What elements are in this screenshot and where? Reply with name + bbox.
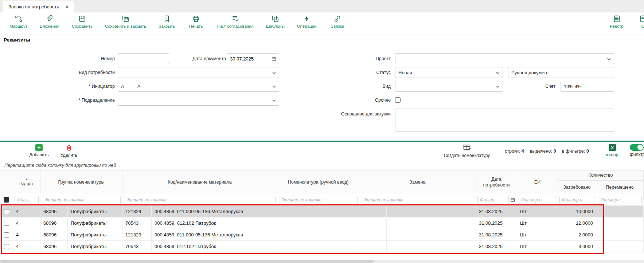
cell-replace-code bbox=[359, 206, 387, 217]
filter-input-material[interactable] bbox=[124, 196, 276, 204]
initiator-select[interactable]: А А. bbox=[118, 81, 279, 92]
tab-close-icon[interactable]: ✕ bbox=[65, 4, 69, 9]
cell-unit: Шт bbox=[517, 217, 558, 229]
manual-doc-input[interactable] bbox=[508, 67, 614, 78]
filter-input-moved[interactable] bbox=[598, 196, 642, 204]
select-all-checkbox-icon[interactable] bbox=[4, 197, 9, 203]
column-header-unit[interactable]: ЕИ bbox=[517, 170, 558, 195]
filter-input-num[interactable] bbox=[15, 196, 39, 204]
doc-date-label: Дата документа bbox=[168, 53, 226, 64]
doc-date-input[interactable] bbox=[230, 56, 271, 62]
approval-sheet-button[interactable]: Лист согласования bbox=[217, 15, 254, 28]
save-close-icon bbox=[121, 15, 130, 23]
scrollbar-thumb[interactable] bbox=[0, 260, 374, 263]
create-nomenclature-label: Создать номенклатуру bbox=[444, 153, 490, 158]
add-row-button[interactable]: + Добавить bbox=[26, 144, 52, 157]
filter-input-requested[interactable] bbox=[559, 196, 594, 204]
table-row[interactable]: 4 68096 Полуфабрикаты 70543 000.4859. 01… bbox=[0, 241, 644, 252]
registry-button[interactable]: Реестр bbox=[608, 15, 625, 28]
table-filter-row bbox=[0, 194, 644, 206]
filter-cell-material bbox=[122, 194, 277, 205]
number-input[interactable] bbox=[118, 53, 169, 64]
row-checkbox[interactable] bbox=[4, 209, 9, 214]
row-checkbox[interactable] bbox=[4, 244, 9, 249]
table-row[interactable]: 4 68096 Полуфабрикаты 121329 000.4859. 0… bbox=[0, 206, 644, 217]
tab-bar: Заявка на потребность ✕ bbox=[0, 0, 644, 12]
chevron-down-icon bbox=[272, 71, 276, 75]
project-select[interactable] bbox=[395, 53, 614, 64]
save-close-label: Сохранить и закрыть bbox=[105, 24, 146, 28]
row-checkbox[interactable] bbox=[4, 232, 9, 238]
column-header-date[interactable]: Дата потребности bbox=[476, 170, 517, 195]
status-select[interactable]: Новая bbox=[395, 67, 503, 78]
calendar-icon[interactable] bbox=[510, 197, 515, 203]
excel-icon: X bbox=[609, 144, 616, 151]
export-label: экспорт bbox=[605, 152, 620, 157]
cell-moved bbox=[596, 206, 644, 217]
tab-request-for-need[interactable]: Заявка на потребность ✕ bbox=[3, 1, 74, 12]
reason-label: Основание для закупки bbox=[289, 109, 391, 119]
column-group-quantity: Количество bbox=[558, 170, 644, 181]
cell-unit: Шт bbox=[517, 241, 558, 252]
column-header-manual[interactable]: Номенклатура (ручной ввод) bbox=[277, 170, 359, 195]
print-button[interactable]: Печать bbox=[188, 15, 204, 28]
column-header-group[interactable]: Группа номенклатуры bbox=[40, 170, 122, 195]
column-header-requested[interactable]: Затребовано bbox=[558, 181, 596, 195]
grid-toolbar: + Добавить Удалить Создать номенклатуру … bbox=[0, 142, 644, 161]
filter-input-group[interactable] bbox=[42, 196, 121, 204]
kind-select[interactable] bbox=[395, 81, 503, 92]
filter-cell-requested bbox=[558, 194, 596, 205]
operations-button[interactable]: Операции bbox=[297, 15, 317, 28]
tab-title: Заявка на потребность bbox=[8, 4, 59, 9]
cell-group-name: Полуфабрикаты bbox=[68, 217, 122, 229]
route-button[interactable]: Маршрут bbox=[9, 15, 27, 28]
templates-label: Шаблоны bbox=[266, 24, 285, 28]
approval-sheet-label: Лист согласования bbox=[217, 24, 254, 28]
doc-date-field[interactable] bbox=[227, 53, 279, 64]
cell-manual bbox=[277, 241, 359, 252]
cell-date: 31.08.2025 bbox=[476, 206, 517, 217]
templates-button[interactable]: Шаблоны bbox=[266, 15, 285, 28]
account-input[interactable] bbox=[561, 81, 614, 92]
paperclip-icon bbox=[45, 15, 54, 23]
filter-toggle[interactable]: фильтр bbox=[630, 144, 644, 157]
group-by-drop-zone[interactable]: Перетащите сюда колонку для группировки … bbox=[0, 161, 644, 170]
horizontal-scrollbar[interactable] bbox=[0, 260, 644, 263]
cell-material-name: 000.4859. 012.102 Патрубок bbox=[152, 241, 277, 252]
toggle-on-icon[interactable] bbox=[630, 144, 644, 151]
column-header-moved[interactable]: Перемещено bbox=[596, 181, 644, 195]
chevron-down-icon bbox=[607, 57, 611, 61]
save-button[interactable]: Сохранить bbox=[72, 15, 93, 28]
attachments-button[interactable]: Вложения bbox=[40, 15, 59, 28]
table-row[interactable]: 4 68096 Полуфабрикаты 70543 000.4859. 01… bbox=[0, 217, 644, 229]
column-header-material[interactable]: Код/наименование материала bbox=[122, 170, 277, 195]
select-all-cell[interactable] bbox=[0, 194, 13, 205]
create-nomenclature-button[interactable]: Создать номенклатуру bbox=[436, 143, 498, 158]
filter-cell-num bbox=[13, 194, 40, 205]
urgent-checkbox[interactable] bbox=[395, 97, 401, 103]
overflow-button[interactable]: О bbox=[635, 15, 644, 28]
links-button[interactable]: Связки bbox=[329, 15, 346, 28]
save-close-button[interactable]: Сохранить и закрыть bbox=[105, 15, 146, 28]
filter-input-replace[interactable] bbox=[361, 196, 474, 204]
create-nomenclature-icon bbox=[462, 143, 471, 152]
cell-material-name: 000.4859. 011.000-95-136 Металлорукав bbox=[152, 206, 277, 217]
filter-input-unit[interactable] bbox=[519, 196, 556, 204]
filter-input-date[interactable] bbox=[477, 196, 509, 204]
table-row[interactable]: 4 68096 Полуфабрикаты 121329 000.4859. 0… bbox=[0, 229, 644, 241]
filter-input-manual[interactable] bbox=[279, 196, 358, 204]
export-excel-button[interactable]: X экспорт bbox=[602, 144, 622, 157]
column-header-num[interactable]: ▲ № п/п bbox=[13, 170, 40, 195]
cell-group-code: 68096 bbox=[40, 229, 68, 240]
close-doc-button[interactable]: Закрыть bbox=[159, 15, 175, 28]
column-header-replace[interactable]: Замена bbox=[359, 170, 476, 195]
need-type-select[interactable] bbox=[118, 67, 279, 78]
printer-icon bbox=[192, 15, 200, 23]
department-select[interactable] bbox=[118, 95, 279, 106]
reason-textarea[interactable] bbox=[395, 109, 614, 132]
row-checkbox[interactable] bbox=[4, 221, 9, 226]
calendar-icon[interactable] bbox=[271, 56, 277, 62]
delete-row-button[interactable]: Удалить bbox=[56, 144, 82, 158]
header-checkbox-cell bbox=[0, 170, 13, 195]
cell-material-code: 70543 bbox=[122, 217, 152, 229]
